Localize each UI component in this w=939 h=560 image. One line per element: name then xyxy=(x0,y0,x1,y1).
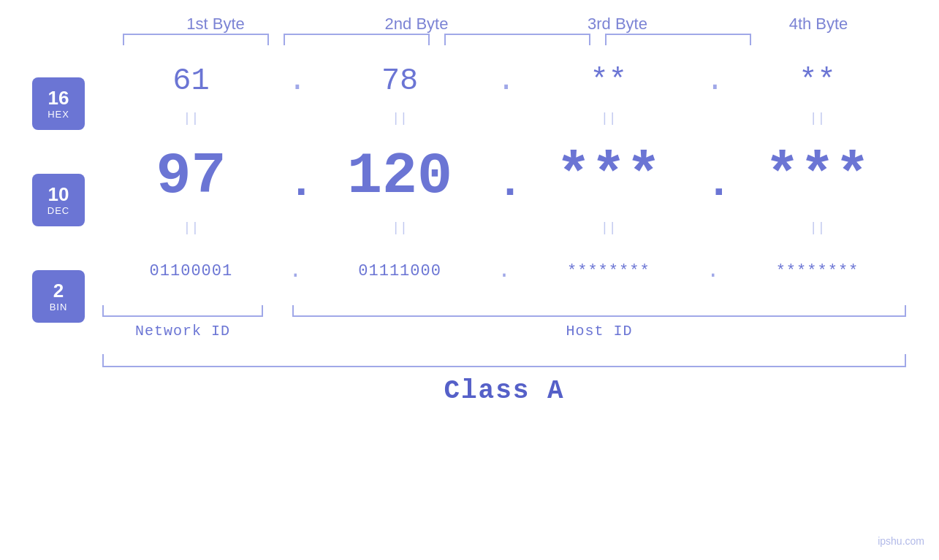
right-content: 61 . 78 . ** . ** || || || || 97 xyxy=(102,48,939,560)
eq2-b1: || xyxy=(110,219,271,236)
hex-dot1: . xyxy=(288,64,303,99)
byte1-label: 1st Byte xyxy=(135,15,296,34)
hex-row: 61 . 78 . ** . ** xyxy=(102,55,906,107)
bottom-labels: Network ID Host ID xyxy=(102,323,906,340)
bin-badge-label: BIN xyxy=(50,302,68,312)
hex-dot3: . xyxy=(706,64,721,99)
byte2-label: 2nd Byte xyxy=(336,15,497,34)
equals-row-2: || || || || xyxy=(102,216,906,238)
bracket-3 xyxy=(444,34,590,45)
bracket-4 xyxy=(605,34,751,45)
eq1-b3: || xyxy=(528,110,689,126)
hex-badge-num: 16 xyxy=(48,88,69,109)
byte3-label: 3rd Byte xyxy=(537,15,698,34)
eq2-b3: || xyxy=(528,219,689,236)
class-label-row: Class A xyxy=(102,376,906,406)
inner-layout: 16 HEX 10 DEC 2 BIN 61 . 78 . ** . ** xyxy=(0,48,939,560)
eq1-b4: || xyxy=(737,110,897,126)
eq1-b1: || xyxy=(110,110,271,126)
main-container: 1st Byte 2nd Byte 3rd Byte 4th Byte 16 H… xyxy=(0,0,939,560)
bin-b2: 01111000 xyxy=(319,262,480,280)
bin-dot2: . xyxy=(497,258,512,283)
dec-b3: *** xyxy=(528,143,689,210)
bin-dot3: . xyxy=(706,258,721,283)
class-label: Class A xyxy=(444,376,564,406)
dec-badge-num: 10 xyxy=(48,184,69,205)
host-id-label: Host ID xyxy=(292,323,906,340)
hex-b3: ** xyxy=(528,64,689,99)
dec-badge: 10 DEC xyxy=(32,174,85,226)
dec-dot1: . xyxy=(288,158,303,208)
dec-b1: 97 xyxy=(110,143,271,210)
eq1-b2: || xyxy=(319,110,480,126)
dec-row: 97 . 120 . *** . *** xyxy=(102,136,906,216)
eq2-b2: || xyxy=(319,219,480,236)
eq2-b4: || xyxy=(737,219,897,236)
dec-b2: 120 xyxy=(319,143,480,210)
byte-headers: 1st Byte 2nd Byte 3rd Byte 4th Byte xyxy=(115,15,919,34)
bottom-brackets xyxy=(102,305,906,317)
bin-badge: 2 BIN xyxy=(32,270,85,323)
badges-column: 16 HEX 10 DEC 2 BIN xyxy=(0,77,102,560)
network-id-label: Network ID xyxy=(102,323,263,340)
byte4-label: 4th Byte xyxy=(738,15,899,34)
bin-row: 01100001 . 01111000 . ******** . *******… xyxy=(102,245,906,296)
network-bracket xyxy=(102,305,263,317)
bin-dot1: . xyxy=(288,258,303,283)
hex-b1: 61 xyxy=(110,64,271,99)
bracket-2 xyxy=(284,34,430,45)
top-brackets xyxy=(115,34,919,48)
dec-badge-label: DEC xyxy=(47,205,69,216)
dec-dot2: . xyxy=(497,158,512,208)
hex-b4: ** xyxy=(737,64,897,99)
host-bracket xyxy=(292,305,906,317)
dec-dot3: . xyxy=(706,158,721,208)
hex-dot2: . xyxy=(497,64,512,99)
equals-row-1: || || || || xyxy=(102,107,906,129)
bin-b4: ******** xyxy=(737,262,897,280)
bin-b3: ******** xyxy=(528,262,689,280)
bin-badge-num: 2 xyxy=(53,280,64,302)
hex-badge: 16 HEX xyxy=(32,77,85,130)
dec-b4: *** xyxy=(737,143,897,210)
watermark: ipshu.com xyxy=(878,535,924,547)
class-bracket xyxy=(102,354,906,367)
bin-b1: 01100001 xyxy=(110,262,271,280)
hex-badge-label: HEX xyxy=(47,109,69,120)
bracket-1 xyxy=(123,34,269,45)
hex-b2: 78 xyxy=(319,64,480,99)
